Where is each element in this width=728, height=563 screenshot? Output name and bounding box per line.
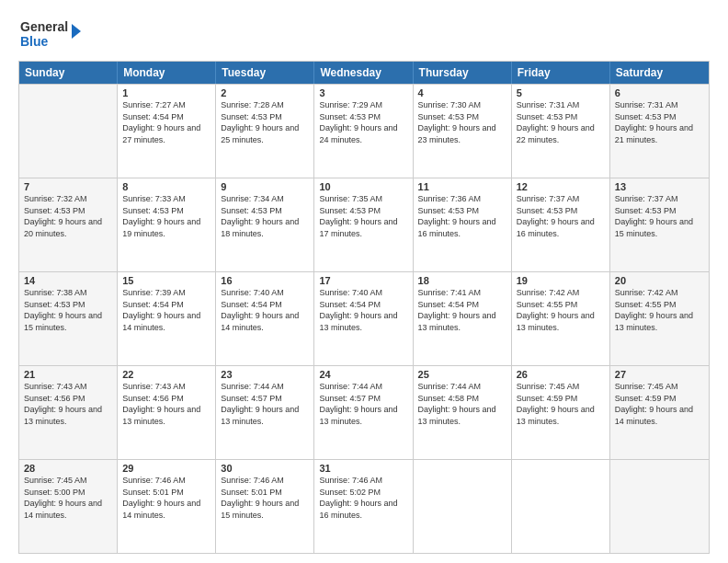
cell-info: Sunrise: 7:46 AMSunset: 5:02 PMDaylight:… <box>319 475 407 521</box>
cell-info: Sunrise: 7:46 AMSunset: 5:01 PMDaylight:… <box>122 475 210 521</box>
day-number: 21 <box>24 369 112 380</box>
day-number: 13 <box>615 181 704 192</box>
day-number: 10 <box>319 181 407 192</box>
day-number: 6 <box>615 87 704 98</box>
svg-text:Blue: Blue <box>20 34 49 49</box>
cell-info: Sunrise: 7:39 AMSunset: 4:54 PMDaylight:… <box>122 287 210 333</box>
day-number: 24 <box>319 369 407 380</box>
day-header-thursday: Thursday <box>414 62 512 84</box>
day-number: 8 <box>122 181 210 192</box>
cell-info: Sunrise: 7:31 AMSunset: 4:53 PMDaylight:… <box>517 99 605 145</box>
cell-info: Sunrise: 7:27 AMSunset: 4:54 PMDaylight:… <box>122 99 210 145</box>
cell-info: Sunrise: 7:45 AMSunset: 5:00 PMDaylight:… <box>24 475 112 521</box>
calendar-week-4: 21Sunrise: 7:43 AMSunset: 4:56 PMDayligh… <box>19 365 709 459</box>
calendar-cell <box>610 460 709 553</box>
calendar-body: 1Sunrise: 7:27 AMSunset: 4:54 PMDaylight… <box>19 84 709 553</box>
day-number: 26 <box>517 369 605 380</box>
cell-info: Sunrise: 7:44 AMSunset: 4:57 PMDaylight:… <box>319 381 407 427</box>
calendar-cell: 15Sunrise: 7:39 AMSunset: 4:54 PMDayligh… <box>118 272 216 365</box>
calendar-cell: 19Sunrise: 7:42 AMSunset: 4:55 PMDayligh… <box>512 272 610 365</box>
day-number: 17 <box>319 275 407 286</box>
cell-info: Sunrise: 7:42 AMSunset: 4:55 PMDaylight:… <box>517 287 605 333</box>
day-header-sunday: Sunday <box>19 62 118 84</box>
day-number: 4 <box>418 87 506 98</box>
calendar-cell <box>19 85 118 178</box>
day-number: 9 <box>221 181 309 192</box>
calendar-cell: 31Sunrise: 7:46 AMSunset: 5:02 PMDayligh… <box>314 460 413 553</box>
calendar-week-2: 7Sunrise: 7:32 AMSunset: 4:53 PMDaylight… <box>19 178 709 271</box>
calendar-week-1: 1Sunrise: 7:27 AMSunset: 4:54 PMDaylight… <box>19 84 709 178</box>
day-header-wednesday: Wednesday <box>314 62 413 84</box>
day-number: 3 <box>319 87 407 98</box>
calendar-cell: 29Sunrise: 7:46 AMSunset: 5:01 PMDayligh… <box>118 460 216 553</box>
cell-info: Sunrise: 7:36 AMSunset: 4:53 PMDaylight:… <box>418 193 506 239</box>
cell-info: Sunrise: 7:35 AMSunset: 4:53 PMDaylight:… <box>319 193 407 239</box>
calendar-cell <box>512 460 610 553</box>
calendar-cell: 24Sunrise: 7:44 AMSunset: 4:57 PMDayligh… <box>314 366 413 459</box>
cell-info: Sunrise: 7:38 AMSunset: 4:53 PMDaylight:… <box>24 287 112 333</box>
day-header-saturday: Saturday <box>610 62 709 84</box>
svg-text:General: General <box>20 19 68 34</box>
cell-info: Sunrise: 7:44 AMSunset: 4:58 PMDaylight:… <box>418 381 506 427</box>
day-number: 1 <box>122 87 210 98</box>
calendar-cell: 4Sunrise: 7:30 AMSunset: 4:53 PMDaylight… <box>414 85 512 178</box>
day-number: 25 <box>418 369 506 380</box>
calendar-cell: 25Sunrise: 7:44 AMSunset: 4:58 PMDayligh… <box>414 366 512 459</box>
day-number: 29 <box>122 463 210 474</box>
day-number: 12 <box>517 181 605 192</box>
cell-info: Sunrise: 7:37 AMSunset: 4:53 PMDaylight:… <box>615 193 704 239</box>
calendar-cell: 26Sunrise: 7:45 AMSunset: 4:59 PMDayligh… <box>512 366 610 459</box>
day-number: 18 <box>418 275 506 286</box>
day-header-monday: Monday <box>118 62 216 84</box>
calendar-cell: 13Sunrise: 7:37 AMSunset: 4:53 PMDayligh… <box>610 178 709 271</box>
cell-info: Sunrise: 7:30 AMSunset: 4:53 PMDaylight:… <box>418 99 506 145</box>
calendar-cell: 1Sunrise: 7:27 AMSunset: 4:54 PMDaylight… <box>118 85 216 178</box>
calendar-cell: 18Sunrise: 7:41 AMSunset: 4:54 PMDayligh… <box>414 272 512 365</box>
cell-info: Sunrise: 7:34 AMSunset: 4:53 PMDaylight:… <box>221 193 309 239</box>
cell-info: Sunrise: 7:44 AMSunset: 4:57 PMDaylight:… <box>221 381 309 427</box>
calendar-cell: 5Sunrise: 7:31 AMSunset: 4:53 PMDaylight… <box>512 85 610 178</box>
cell-info: Sunrise: 7:43 AMSunset: 4:56 PMDaylight:… <box>24 381 112 427</box>
day-number: 22 <box>122 369 210 380</box>
cell-info: Sunrise: 7:45 AMSunset: 4:59 PMDaylight:… <box>615 381 704 427</box>
day-number: 31 <box>319 463 407 474</box>
calendar-cell: 14Sunrise: 7:38 AMSunset: 4:53 PMDayligh… <box>19 272 118 365</box>
day-number: 2 <box>221 87 309 98</box>
calendar-cell: 11Sunrise: 7:36 AMSunset: 4:53 PMDayligh… <box>414 178 512 271</box>
calendar-cell: 10Sunrise: 7:35 AMSunset: 4:53 PMDayligh… <box>314 178 413 271</box>
day-number: 20 <box>615 275 704 286</box>
day-number: 28 <box>24 463 112 474</box>
calendar-cell: 30Sunrise: 7:46 AMSunset: 5:01 PMDayligh… <box>216 460 314 553</box>
calendar-cell <box>414 460 512 553</box>
day-number: 23 <box>221 369 309 380</box>
cell-info: Sunrise: 7:33 AMSunset: 4:53 PMDaylight:… <box>122 193 210 239</box>
cell-info: Sunrise: 7:37 AMSunset: 4:53 PMDaylight:… <box>517 193 605 239</box>
calendar-cell: 16Sunrise: 7:40 AMSunset: 4:54 PMDayligh… <box>216 272 314 365</box>
calendar-cell: 8Sunrise: 7:33 AMSunset: 4:53 PMDaylight… <box>118 178 216 271</box>
calendar-cell: 28Sunrise: 7:45 AMSunset: 5:00 PMDayligh… <box>19 460 118 553</box>
calendar: SundayMondayTuesdayWednesdayThursdayFrid… <box>18 61 710 554</box>
calendar-cell: 12Sunrise: 7:37 AMSunset: 4:53 PMDayligh… <box>512 178 610 271</box>
day-number: 11 <box>418 181 506 192</box>
day-number: 14 <box>24 275 112 286</box>
calendar-cell: 17Sunrise: 7:40 AMSunset: 4:54 PMDayligh… <box>314 272 413 365</box>
calendar-week-3: 14Sunrise: 7:38 AMSunset: 4:53 PMDayligh… <box>19 271 709 365</box>
calendar-cell: 2Sunrise: 7:28 AMSunset: 4:53 PMDaylight… <box>216 85 314 178</box>
cell-info: Sunrise: 7:40 AMSunset: 4:54 PMDaylight:… <box>319 287 407 333</box>
day-number: 5 <box>517 87 605 98</box>
calendar-cell: 23Sunrise: 7:44 AMSunset: 4:57 PMDayligh… <box>216 366 314 459</box>
calendar-cell: 6Sunrise: 7:31 AMSunset: 4:53 PMDaylight… <box>610 85 709 178</box>
cell-info: Sunrise: 7:46 AMSunset: 5:01 PMDaylight:… <box>221 475 309 521</box>
calendar-cell: 20Sunrise: 7:42 AMSunset: 4:55 PMDayligh… <box>610 272 709 365</box>
cell-info: Sunrise: 7:29 AMSunset: 4:53 PMDaylight:… <box>319 99 407 145</box>
day-number: 7 <box>24 181 112 192</box>
day-header-friday: Friday <box>512 62 610 84</box>
cell-info: Sunrise: 7:31 AMSunset: 4:53 PMDaylight:… <box>615 99 704 145</box>
cell-info: Sunrise: 7:42 AMSunset: 4:55 PMDaylight:… <box>615 287 704 333</box>
calendar-cell: 27Sunrise: 7:45 AMSunset: 4:59 PMDayligh… <box>610 366 709 459</box>
day-header-tuesday: Tuesday <box>216 62 314 84</box>
day-number: 19 <box>517 275 605 286</box>
day-number: 16 <box>221 275 309 286</box>
cell-info: Sunrise: 7:45 AMSunset: 4:59 PMDaylight:… <box>517 381 605 427</box>
cell-info: Sunrise: 7:28 AMSunset: 4:53 PMDaylight:… <box>221 99 309 145</box>
